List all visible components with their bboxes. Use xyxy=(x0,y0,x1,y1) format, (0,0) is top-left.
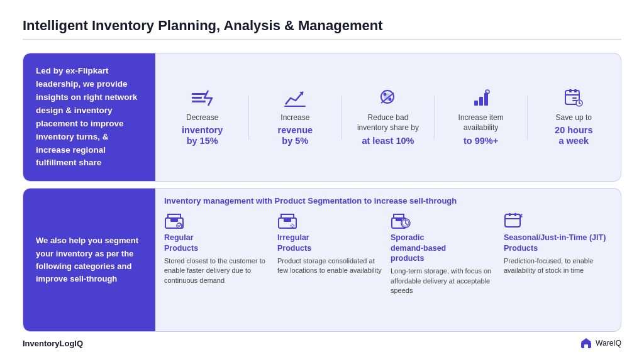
metric-value-availability: to 99%+ xyxy=(464,136,498,146)
metric-value-inventory: inventoryby 15% xyxy=(182,125,223,147)
save-time-icon xyxy=(562,88,586,108)
svg-rect-0 xyxy=(192,93,206,95)
regular-products-desc: Stored closest to the customer to enable… xyxy=(164,256,272,285)
svg-line-22 xyxy=(579,103,580,104)
decrease-arrow-icon xyxy=(191,88,214,108)
metric-card-bad-inventory: Reduce bad inventory share by at least 1… xyxy=(357,88,419,146)
svg-rect-37 xyxy=(505,214,520,227)
product-card-irregular: IrregularProducts Product storage consol… xyxy=(277,212,386,325)
svg-rect-39 xyxy=(514,213,516,216)
metric-label-revenue: Increase xyxy=(280,113,309,123)
top-section: Led by ex-Flipkart leadership, we provid… xyxy=(23,53,621,182)
metric-value-save: 20 hoursa week xyxy=(555,125,592,147)
svg-rect-38 xyxy=(509,213,511,216)
bottom-left-panel: We also help you segment your inventory … xyxy=(23,189,155,331)
bottom-right-panel: Inventory management with Product Segmen… xyxy=(155,189,621,331)
sporadic-box-icon xyxy=(391,212,499,229)
svg-rect-17 xyxy=(565,94,579,96)
wareiq-brand-text: WareIQ xyxy=(596,339,621,348)
svg-rect-46 xyxy=(584,344,588,348)
top-metrics: Decrease inventoryby 15% Increase reven xyxy=(155,53,621,181)
irregular-products-desc: Product storage consolidated at few loca… xyxy=(277,256,386,276)
svg-point-8 xyxy=(388,98,391,101)
increase-arrow-icon xyxy=(283,88,307,108)
metric-card-revenue: Increase revenueby 5% xyxy=(264,88,326,147)
metric-value-bad-inventory: at least 10% xyxy=(362,136,414,146)
bottom-header: Inventory management with Product Segmen… xyxy=(164,196,612,206)
footer: InventoryLogIQ WareIQ xyxy=(23,332,621,349)
bottom-header-text: Inventory management with xyxy=(164,196,275,206)
svg-rect-11 xyxy=(484,93,488,106)
irregular-products-title: IrregularProducts xyxy=(277,233,386,253)
sporadic-products-title: Sporadicdemand-basedproducts xyxy=(391,233,499,263)
footer-left-brand: InventoryLogIQ xyxy=(23,339,83,348)
svg-rect-15 xyxy=(569,89,572,92)
top-left-panel: Led by ex-Flipkart leadership, we provid… xyxy=(23,53,155,181)
svg-point-7 xyxy=(383,93,386,96)
metric-value-revenue: revenueby 5% xyxy=(278,125,313,147)
regular-products-title: RegularProducts xyxy=(164,233,272,253)
divider-4 xyxy=(527,96,528,140)
bottom-header-highlight: Product Segmentation xyxy=(275,196,362,206)
svg-rect-9 xyxy=(474,101,478,106)
divider-3 xyxy=(434,96,435,140)
svg-rect-32 xyxy=(396,218,402,221)
svg-rect-4 xyxy=(284,106,306,107)
reduce-share-icon xyxy=(376,88,400,108)
page-title: Intelligent Inventory Planning, Analysis… xyxy=(23,18,621,40)
top-left-text: Led by ex-Flipkart leadership, we provid… xyxy=(36,65,143,170)
svg-rect-2 xyxy=(192,101,206,102)
metric-label-save: Save up to xyxy=(556,113,592,123)
svg-rect-16 xyxy=(574,89,577,92)
bottom-header-suffix: to increase sell-through xyxy=(362,196,457,206)
svg-marker-45 xyxy=(581,338,591,342)
svg-rect-24 xyxy=(170,218,178,222)
seasonal-box-icon xyxy=(504,212,612,229)
seasonal-products-title: Seasonal/Just-in-Time (JIT) Products xyxy=(504,233,612,253)
divider-1 xyxy=(248,96,249,140)
product-card-seasonal: Seasonal/Just-in-Time (JIT) Products Pre… xyxy=(504,212,612,325)
product-card-regular: RegularProducts Stored closest to the cu… xyxy=(164,212,272,325)
svg-rect-1 xyxy=(192,97,202,99)
page: Intelligent Inventory Planning, Analysis… xyxy=(0,0,644,362)
irregular-box-icon xyxy=(277,212,386,229)
wareiq-logo-icon xyxy=(580,337,592,349)
product-card-sporadic: Sporadicdemand-basedproducts Long-term s… xyxy=(391,212,499,325)
metric-card-availability: Increase item availability to 99%+ xyxy=(450,88,513,146)
sporadic-products-desc: Long-term storage, with focus on afforda… xyxy=(391,266,499,295)
metric-label-availability: Increase item availability xyxy=(458,113,504,133)
item-availability-icon xyxy=(469,88,493,108)
metric-card-inventory: Decrease inventoryby 15% xyxy=(171,88,234,147)
svg-rect-27 xyxy=(284,218,291,222)
svg-rect-40 xyxy=(505,218,520,219)
metric-label-bad-inventory: Reduce bad inventory share by xyxy=(357,113,419,133)
metric-label-inventory: Decrease xyxy=(186,113,218,123)
divider-2 xyxy=(341,96,342,140)
bottom-left-text: We also help you segment your inventory … xyxy=(36,234,143,285)
seasonal-products-desc: Prediction-focused, to enable availabili… xyxy=(504,256,612,276)
regular-box-icon xyxy=(164,212,272,229)
product-cards: RegularProducts Stored closest to the cu… xyxy=(164,212,612,325)
bottom-section: We also help you segment your inventory … xyxy=(23,188,621,332)
footer-right-brand: WareIQ xyxy=(580,337,621,349)
sections: Led by ex-Flipkart leadership, we provid… xyxy=(23,53,621,332)
svg-rect-10 xyxy=(479,97,483,106)
metric-card-save: Save up to 20 hoursa week xyxy=(542,88,605,147)
